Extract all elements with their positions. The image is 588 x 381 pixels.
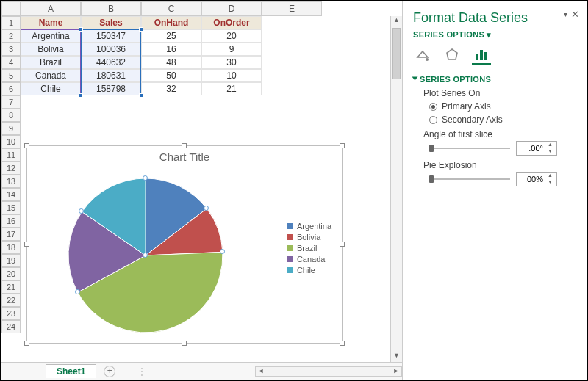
cell-A1[interactable]: Name xyxy=(21,16,81,29)
legend-item[interactable]: Brazil xyxy=(287,244,331,253)
row-header-12[interactable]: 12 xyxy=(1,162,21,175)
row-header-24[interactable]: 24 xyxy=(1,320,21,333)
row-header-19[interactable]: 19 xyxy=(1,254,21,267)
radio-secondary-axis[interactable]: Secondary Axis xyxy=(429,115,576,125)
cell-B3[interactable]: 100036 xyxy=(81,43,141,56)
chart-resize-handle[interactable] xyxy=(24,341,29,346)
col-header-C[interactable]: C xyxy=(141,1,201,16)
series-select-handle[interactable] xyxy=(143,253,148,258)
row-header-18[interactable]: 18 xyxy=(1,241,21,254)
select-all-corner[interactable] xyxy=(1,1,21,16)
sheet-tab-1[interactable]: Sheet1 xyxy=(46,364,96,378)
cell-C3[interactable]: 16 xyxy=(141,43,201,56)
series-options-icon[interactable] xyxy=(472,46,491,65)
col-header-A[interactable]: A xyxy=(21,1,81,16)
cell-C4[interactable]: 48 xyxy=(141,56,201,69)
cell-C1[interactable]: OnHand xyxy=(141,16,201,29)
cell-D3[interactable]: 9 xyxy=(201,43,262,56)
chart-resize-handle[interactable] xyxy=(340,143,345,148)
row-header-16[interactable]: 16 xyxy=(1,214,21,228)
explosion-slider[interactable] xyxy=(429,174,510,184)
chart-legend[interactable]: ArgentinaBoliviaBrazilCanadaChile xyxy=(287,219,331,277)
range-handle[interactable] xyxy=(139,93,143,98)
angle-slider[interactable] xyxy=(429,143,510,153)
chart-resize-handle[interactable] xyxy=(340,341,345,346)
legend-item[interactable]: Chile xyxy=(287,266,331,275)
cell-C6[interactable]: 32 xyxy=(141,82,201,95)
cell-D2[interactable]: 20 xyxy=(201,29,262,43)
row-header-17[interactable]: 17 xyxy=(1,228,21,241)
row-header-9[interactable]: 9 xyxy=(1,122,21,135)
chart-resize-handle[interactable] xyxy=(340,242,345,247)
row-header-23[interactable]: 23 xyxy=(1,307,21,320)
scroll-right-icon[interactable]: ► xyxy=(391,367,401,376)
range-handle[interactable] xyxy=(139,27,143,32)
legend-item[interactable]: Canada xyxy=(287,255,331,264)
cell-D6[interactable]: 21 xyxy=(201,82,262,95)
radio-primary-axis[interactable]: Primary Axis xyxy=(429,101,576,112)
col-header-E[interactable]: E xyxy=(262,1,322,16)
explosion-input-field[interactable] xyxy=(517,174,545,184)
chart-resize-handle[interactable] xyxy=(182,143,187,148)
horizontal-scrollbar[interactable]: ◄ ► xyxy=(255,366,402,377)
row-header-21[interactable]: 21 xyxy=(1,280,21,294)
cell-grid[interactable]: Name Sales OnHand OnOrder Argentina 1503… xyxy=(21,16,402,362)
cell-B6[interactable]: 158798 xyxy=(81,82,141,95)
spin-down-icon[interactable]: ▼ xyxy=(545,148,555,155)
cell-B2[interactable]: 150347 xyxy=(81,29,141,43)
section-series-options[interactable]: SERIES OPTIONS xyxy=(413,75,576,84)
cell-D1[interactable]: OnOrder xyxy=(201,16,262,29)
vertical-scrollbar[interactable]: ▲ ▼ xyxy=(390,16,402,362)
legend-item[interactable]: Bolivia xyxy=(287,233,331,242)
legend-item[interactable]: Argentina xyxy=(287,222,331,231)
col-header-D[interactable]: D xyxy=(201,1,262,16)
chart-object[interactable]: Chart Title ArgentinaBoliviaBrazilCanada… xyxy=(26,145,343,344)
effects-icon[interactable] xyxy=(442,46,462,65)
angle-input[interactable]: ▲▼ xyxy=(516,141,557,156)
row-header-8[interactable]: 8 xyxy=(1,109,21,122)
cell-A2[interactable]: Argentina xyxy=(21,29,81,43)
row-header-15[interactable]: 15 xyxy=(1,201,21,214)
spin-up-icon[interactable]: ▲ xyxy=(545,173,555,179)
scroll-left-icon[interactable]: ◄ xyxy=(256,367,266,376)
row-header-3[interactable]: 3 xyxy=(1,43,21,56)
series-select-handle[interactable] xyxy=(143,175,148,181)
cell-B4[interactable]: 440632 xyxy=(81,56,141,69)
cell-A3[interactable]: Bolivia xyxy=(21,43,81,56)
series-select-handle[interactable] xyxy=(75,289,80,294)
cell-C5[interactable]: 50 xyxy=(141,69,201,82)
cell-A6[interactable]: Chile xyxy=(21,82,81,95)
cell-B5[interactable]: 180631 xyxy=(81,69,141,82)
row-header-10[interactable]: 10 xyxy=(1,135,21,148)
row-header-7[interactable]: 7 xyxy=(1,95,21,109)
cell-D4[interactable]: 30 xyxy=(201,56,262,69)
row-header-14[interactable]: 14 xyxy=(1,188,21,201)
row-header-2[interactable]: 2 xyxy=(1,29,21,43)
scroll-thumb[interactable] xyxy=(392,28,401,79)
spin-up-icon[interactable]: ▲ xyxy=(545,142,555,148)
pin-icon[interactable]: ▾ xyxy=(564,10,567,18)
chart-resize-handle[interactable] xyxy=(182,341,187,346)
scroll-down-icon[interactable]: ▼ xyxy=(391,352,402,362)
spin-down-icon[interactable]: ▼ xyxy=(545,179,555,186)
cell-A5[interactable]: Canada xyxy=(21,69,81,82)
row-header-5[interactable]: 5 xyxy=(1,69,21,82)
chart-resize-handle[interactable] xyxy=(24,143,29,148)
cell-A4[interactable]: Brazil xyxy=(21,56,81,69)
range-handle[interactable] xyxy=(79,27,83,32)
scroll-up-icon[interactable]: ▲ xyxy=(391,16,402,26)
col-header-B[interactable]: B xyxy=(81,1,141,16)
row-header-22[interactable]: 22 xyxy=(1,294,21,307)
pane-menu[interactable]: SERIES OPTIONS ▾ xyxy=(413,30,576,40)
range-handle[interactable] xyxy=(79,93,83,98)
fill-line-icon[interactable] xyxy=(413,46,432,65)
new-sheet-button[interactable]: + xyxy=(104,366,115,377)
cell-B1[interactable]: Sales xyxy=(81,16,141,29)
angle-input-field[interactable] xyxy=(517,143,545,153)
row-header-13[interactable]: 13 xyxy=(1,175,21,188)
close-icon[interactable]: ✕ xyxy=(571,9,579,20)
row-header-1[interactable]: 1 xyxy=(1,16,21,29)
cell-C2[interactable]: 25 xyxy=(141,29,201,43)
row-header-6[interactable]: 6 xyxy=(1,82,21,95)
explosion-input[interactable]: ▲▼ xyxy=(516,172,557,186)
